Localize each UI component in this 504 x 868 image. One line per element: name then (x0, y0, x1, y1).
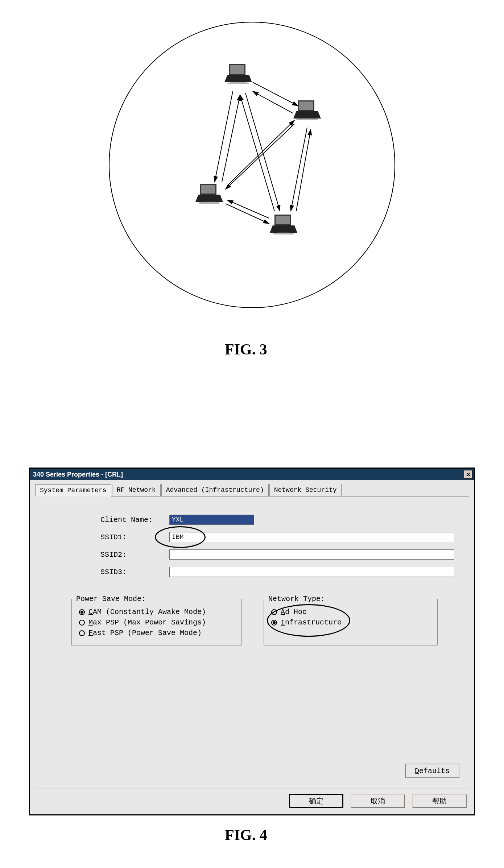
tab-rf-network[interactable]: RF Network (112, 484, 161, 496)
dialog-body: System Parameters RF Network Advanced (I… (30, 480, 474, 814)
svg-line-10 (226, 204, 269, 224)
power-save-title: Power Save Mode: (75, 595, 147, 603)
svg-marker-14 (224, 75, 252, 82)
dialog-titlebar: 340 Series Properties - [CRL] ✕ (30, 469, 474, 480)
svg-rect-17 (299, 101, 313, 110)
tab-advanced[interactable]: Advanced (Infrastructure) (161, 484, 269, 496)
network-boundary-circle (109, 22, 395, 308)
fig3-caption: FIG. 3 (225, 341, 267, 358)
svg-rect-25 (276, 216, 290, 224)
ssid1-row: SSID1: (100, 532, 454, 542)
ssid2-row: SSID2: (100, 549, 454, 560)
svg-line-8 (291, 128, 307, 211)
svg-line-4 (245, 93, 280, 211)
radio-fast-psp[interactable]: Fast PSP (Power Save Mode) (79, 629, 234, 637)
help-button[interactable]: 帮助 (412, 794, 467, 808)
network-type-groupbox: Network Type: Ad Hoc Infrastructure (264, 599, 438, 645)
ssid3-label: SSID3: (100, 568, 169, 576)
svg-line-7 (229, 120, 294, 184)
radio-icon (79, 620, 85, 626)
defaults-button[interactable]: Defaults (405, 764, 459, 778)
laptop-node-b (293, 99, 322, 120)
properties-dialog: 340 Series Properties - [CRL] ✕ System P… (29, 468, 475, 815)
network-arrows-svg (110, 22, 396, 309)
svg-line-5 (240, 95, 274, 211)
ssid2-label: SSID2: (100, 551, 169, 559)
svg-rect-13 (230, 65, 244, 74)
svg-line-1 (253, 91, 293, 113)
client-name-row: Client Name: (100, 515, 454, 525)
radio-max-psp[interactable]: Max PSP (Max Power Savings) (79, 618, 234, 627)
fig3-network-diagram (109, 22, 395, 308)
svg-marker-26 (270, 225, 297, 233)
client-name-input[interactable] (169, 515, 254, 525)
divider (35, 789, 469, 789)
radio-icon (79, 630, 85, 636)
svg-line-3 (222, 95, 240, 182)
dialog-buttons: 确定 取消 帮助 (289, 794, 467, 808)
radio-infrastructure[interactable]: Infrastructure (271, 618, 430, 627)
laptop-node-c (195, 182, 224, 204)
laptop-node-d (269, 213, 298, 234)
radio-icon (271, 620, 277, 626)
tab-strip: System Parameters RF Network Advanced (I… (35, 484, 469, 497)
radio-cam[interactable]: CAM (Constantly Awake Mode) (79, 608, 234, 616)
svg-line-0 (253, 82, 298, 106)
dialog-title: 340 Series Properties - [CRL] (33, 471, 123, 478)
ok-button[interactable]: 确定 (289, 794, 343, 808)
close-button[interactable]: ✕ (464, 470, 472, 479)
ssid1-input[interactable] (169, 532, 454, 542)
svg-line-2 (215, 91, 233, 182)
svg-rect-21 (201, 185, 215, 194)
svg-marker-22 (195, 195, 223, 202)
radio-icon (79, 609, 85, 615)
network-type-title: Network Type: (267, 595, 326, 603)
ssid2-input[interactable] (169, 549, 454, 560)
radio-icon (271, 609, 277, 615)
close-icon: ✕ (466, 471, 471, 478)
fig4-caption: FIG. 4 (225, 826, 267, 844)
ssid1-label: SSID1: (100, 533, 169, 541)
radio-adhoc[interactable]: Ad Hoc (271, 608, 430, 616)
power-save-groupbox: Power Save Mode: CAM (Constantly Awake M… (71, 599, 242, 645)
cancel-button[interactable]: 取消 (351, 794, 405, 808)
ssid3-input[interactable] (169, 567, 454, 577)
client-name-label: Client Name: (100, 516, 169, 524)
group-boxes: Power Save Mode: CAM (Constantly Awake M… (35, 595, 469, 649)
form-area: Client Name: SSID1: SSID2: SSID3: (35, 504, 469, 588)
tab-system-parameters[interactable]: System Parameters (35, 484, 111, 497)
tab-network-security[interactable]: Network Security (269, 484, 342, 496)
svg-line-6 (226, 124, 294, 189)
laptop-node-a (224, 62, 253, 84)
svg-marker-18 (293, 111, 321, 119)
svg-line-11 (227, 200, 269, 218)
ssid3-row: SSID3: (100, 567, 454, 577)
